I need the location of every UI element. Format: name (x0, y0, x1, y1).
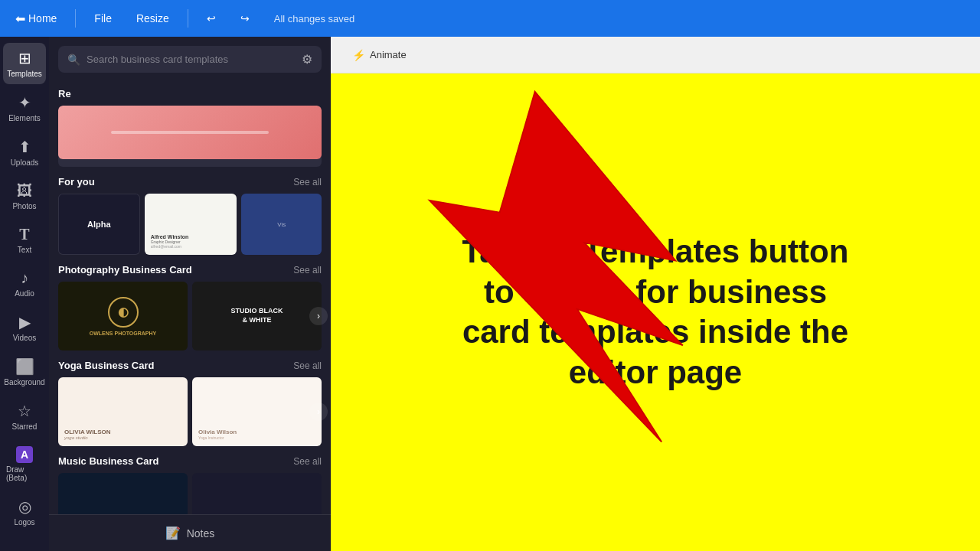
sidebar-item-photos[interactable]: 🖼 Photos (3, 176, 46, 217)
notes-label: Notes (187, 527, 215, 540)
photos-icon: 🖼 (17, 182, 32, 200)
photography-grid: ◐ OWLENS PHOTOGRAPHY STUDIO BLACK& WHITE… (58, 282, 322, 350)
sidebar-item-starred[interactable]: ☆ Starred (3, 396, 46, 437)
animate-icon: ⚡ (352, 49, 365, 61)
file-button[interactable]: File (88, 9, 118, 28)
recent-grid (58, 106, 322, 167)
editor-wrapper: ⚡ Animate Tap the Templates button to se… (331, 37, 980, 551)
sidebar-item-label: Text (18, 246, 31, 254)
text-icon: T (19, 226, 29, 243)
photography-card-owlens[interactable]: ◐ OWLENS PHOTOGRAPHY (58, 282, 188, 350)
resize-label: Resize (136, 12, 169, 24)
elements-icon: ✦ (18, 93, 31, 112)
foryou-grid: Alpha Alfred Winston Graphic Designer al… (58, 194, 322, 255)
home-label: Home (28, 12, 57, 24)
background-icon: ⬜ (15, 357, 34, 376)
audio-icon: ♪ (21, 269, 28, 287)
photography-card-studio[interactable]: STUDIO BLACK& WHITE (192, 282, 322, 350)
starred-icon: ☆ (18, 402, 31, 420)
sidebar-item-label: Draw (Beta) (6, 465, 43, 482)
photography-see-all[interactable]: See all (293, 265, 322, 276)
animate-label: Animate (370, 49, 407, 60)
music-card-beechtown[interactable]: BEECHTOWNMUSIC STUDIO MUSIC PERFORMANCE (58, 473, 188, 514)
saved-status: All changes saved (274, 13, 355, 24)
home-button[interactable]: ⬅ Home (9, 8, 63, 29)
photography-next-arrow[interactable]: › (309, 307, 328, 325)
main-area: ⊞ Templates ✦ Elements ⬆ Uploads 🖼 Photo… (0, 37, 980, 551)
sidebar-item-videos[interactable]: ▶ Videos (3, 307, 46, 348)
search-input[interactable] (87, 54, 296, 65)
logos-icon: ◎ (18, 497, 31, 516)
yoga-next-arrow[interactable]: › (309, 403, 328, 421)
sidebar-item-label: Photos (12, 202, 36, 210)
templates-panel: 🔍 ⚙ Re For you See all (49, 37, 331, 551)
topbar: ⬅ Home File Resize ↩ ↪ All changes saved (0, 0, 980, 37)
notes-bar[interactable]: 📝 Notes (49, 514, 331, 551)
uploads-icon: ⬆ (18, 138, 31, 156)
yoga-card-olivia2[interactable]: Olivia Wilson Yoga Instructor (192, 377, 322, 446)
redo-button[interactable]: ↪ (234, 9, 256, 28)
recent-card[interactable] (58, 106, 322, 167)
photography-section-header: Photography Business Card See all (58, 264, 322, 276)
sidebar-item-label: Templates (7, 70, 42, 78)
yoga-grid: OLIVIA WILSON yoga studio Olivia Wilson … (58, 377, 322, 446)
resize-button[interactable]: Resize (130, 9, 175, 28)
filter-icon[interactable]: ⚙ (302, 52, 312, 67)
foryou-see-all[interactable]: See all (293, 177, 322, 187)
foryou-card-alpha[interactable]: Alpha (58, 194, 140, 255)
foryou-title: For you (58, 176, 95, 187)
sidebar-item-label: Logos (14, 518, 34, 527)
sidebar: ⊞ Templates ✦ Elements ⬆ Uploads 🖼 Photo… (0, 37, 49, 551)
panel-content: Re For you See all Alpha Alfred Wi (49, 79, 331, 514)
sidebar-item-background[interactable]: ⬜ Background (3, 351, 46, 393)
topbar-divider (75, 9, 76, 28)
sidebar-item-logos[interactable]: ◎ Logos (3, 491, 46, 533)
sidebar-item-label: Elements (8, 114, 41, 122)
sidebar-item-label: Uploads (11, 158, 39, 167)
photography-title: Photography Business Card (58, 264, 192, 276)
music-section-header: Music Business Card See all (58, 455, 322, 467)
yoga-see-all[interactable]: See all (293, 360, 322, 371)
animate-button[interactable]: ⚡ Animate (343, 44, 416, 66)
redo-icon: ↪ (240, 12, 250, 24)
sidebar-item-elements[interactable]: ✦ Elements (3, 87, 46, 129)
sidebar-item-text[interactable]: T Text (3, 220, 46, 260)
sidebar-item-label: Audio (15, 289, 34, 298)
yoga-card-olivia1[interactable]: OLIVIA WILSON yoga studio (58, 377, 188, 446)
music-see-all[interactable]: See all (293, 456, 322, 467)
foryou-card-vis[interactable]: Vis (241, 194, 322, 255)
foryou-card-alfred[interactable]: Alfred Winston Graphic Designer alfred@e… (145, 194, 237, 255)
templates-icon: ⊞ (18, 49, 31, 67)
yoga-section-header: Yoga Business Card See all (58, 360, 322, 371)
undo-button[interactable]: ↩ (201, 9, 222, 28)
notes-icon: 📝 (165, 526, 181, 540)
draw-icon: A (16, 446, 33, 463)
yoga-title: Yoga Business Card (58, 360, 154, 371)
undo-icon: ↩ (207, 12, 216, 24)
sidebar-item-audio[interactable]: ♪ Audio (3, 263, 46, 304)
animate-bar: ⚡ Animate (331, 37, 980, 73)
music-grid: BEECHTOWNMUSIC STUDIO MUSIC PERFORMANCE … (58, 473, 322, 514)
videos-icon: ▶ (19, 313, 31, 331)
topbar-divider-2 (188, 9, 188, 28)
foryou-section-header: For you See all (58, 176, 322, 187)
recent-card-preview (58, 106, 322, 159)
sidebar-item-label: Background (4, 378, 44, 386)
recent-section-header: Re (58, 88, 322, 99)
recent-title: Re (58, 88, 71, 99)
sidebar-item-templates[interactable]: ⊞ Templates (3, 43, 46, 84)
sidebar-item-uploads[interactable]: ⬆ Uploads (3, 132, 46, 173)
file-label: File (94, 12, 112, 24)
music-card-epic-tunes[interactable]: EPIC TUNES BYTAKEHIRO (192, 473, 322, 514)
sidebar-item-draw[interactable]: A Draw (Beta) (3, 440, 46, 488)
music-title: Music Business Card (58, 455, 159, 467)
canvas-area[interactable]: Tap the Templates button to search for b… (331, 73, 980, 551)
search-icon: 🔍 (67, 54, 80, 66)
sidebar-item-label: Videos (13, 334, 36, 342)
home-icon: ⬅ (15, 11, 25, 26)
search-bar: 🔍 ⚙ (58, 46, 322, 73)
sidebar-item-label: Starred (12, 422, 38, 431)
canvas-instruction-text: Tap the Templates button to search for b… (426, 201, 885, 423)
